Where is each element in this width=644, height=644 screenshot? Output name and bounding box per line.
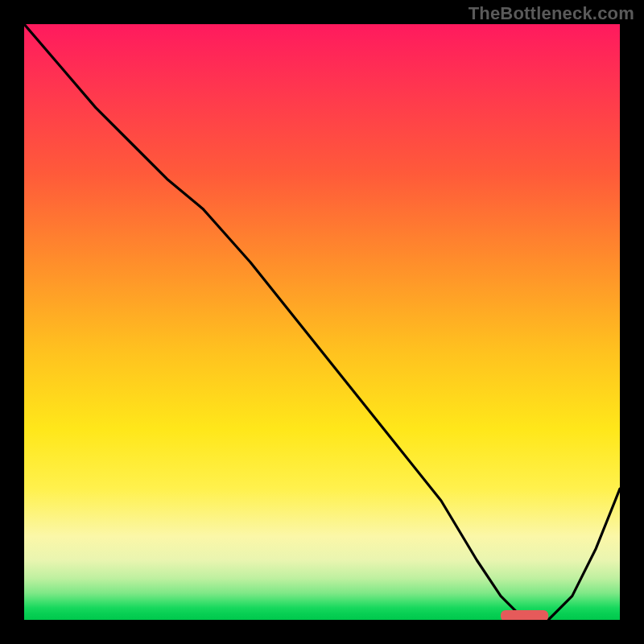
watermark-text: TheBottleneck.com xyxy=(469,3,634,24)
chart-stage: TheBottleneck.com xyxy=(0,0,644,644)
optimal-zone-marker xyxy=(501,610,548,620)
bottleneck-curve xyxy=(24,24,620,620)
plot-area xyxy=(24,24,620,620)
curve-layer xyxy=(24,24,620,620)
